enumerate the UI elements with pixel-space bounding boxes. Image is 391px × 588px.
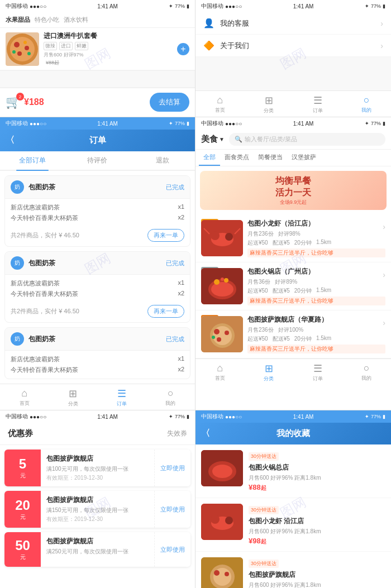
fav-name-2: 包图小龙虾 沿江店 (249, 517, 385, 526)
restaurant-card-3[interactable]: TOP 3 包图披萨旗舰店（华夏路） 月售236份 好评100% (196, 310, 391, 358)
nav-cat-orders[interactable]: ⊞ 分类 (49, 388, 97, 408)
rating-1: 好评98% (278, 230, 301, 238)
coupon-condition-2: 满150元可用，每次仅限使用一张 (46, 506, 149, 514)
add-to-cart-button[interactable]: + (177, 43, 189, 55)
rest-arrow-1: › (383, 222, 385, 231)
nav-orders[interactable]: ☰ 订单 (293, 94, 342, 114)
order-items-3: 新店优惠波霸奶茶 x1 今天特价百香果大杯奶茶 x2 (5, 351, 190, 379)
checkout-button[interactable]: 去结算 (150, 93, 189, 112)
fav-name-1: 包图火锅总店 (249, 463, 385, 472)
svg-point-5 (12, 50, 16, 54)
cat-fruit[interactable]: 水果甜品 (6, 16, 30, 24)
restaurant-delivery-3: 起送¥50 配送¥5 20分钟 1.5km (247, 335, 385, 343)
svg-point-17 (214, 279, 220, 285)
spacer (0, 70, 195, 87)
restaurant-card-2[interactable]: TOP 2 包图火锅店（广州店） 月售36份 好评89% 起 (196, 262, 391, 310)
order-tabs: 全部订单 待评价 退款 (0, 151, 195, 171)
cat-drink[interactable]: 酒水饮料 (64, 16, 88, 24)
order-icon-food: ☰ (313, 362, 322, 375)
nav-cat-food[interactable]: ⊞ 分类 (245, 362, 294, 383)
search-box[interactable]: 🔍 输入餐厅/品类/菜品 (229, 133, 385, 146)
food-tab-burger[interactable]: 汉堡披萨 (287, 150, 321, 166)
nav-order-label: 订单 (117, 400, 127, 408)
order-card-3: 奶 包图奶茶 已完成 新店优惠波霸奶茶 x1 今天特价百香果大杯奶茶 x2 (4, 327, 190, 379)
coupon-title: 优惠券 (8, 428, 33, 439)
profile-spacer (196, 57, 391, 90)
status-right-cart: ✦ 77% ▮ (169, 3, 189, 9)
nav-category-label: 分类 (264, 107, 274, 114)
reorder-button-1[interactable]: 再来一单 (147, 229, 184, 242)
coupon-shop-3: 包图披萨旗舰店 (46, 537, 149, 546)
restaurant-stats-2: 月售36份 好评89% (247, 278, 385, 286)
menu-item-about[interactable]: 🔶 关于我们 › (196, 35, 391, 57)
status-bar-cart: 中国移动 ●●●○○ 1:41 AM ✦ 77% ▮ (0, 0, 195, 12)
coupon-use-button-1[interactable]: 立即使用 (154, 450, 190, 486)
nav-home-food[interactable]: ⌂ 首页 (196, 362, 245, 383)
food-tab-noodle[interactable]: 面食类点 (220, 150, 254, 166)
nav-order-tab[interactable]: ☰ 订单 (98, 388, 146, 408)
order-summary-2: 共2件商品，实付 ¥ 46.50 再来一单 (5, 303, 190, 322)
status-left: 中国移动 ●●●○○ (6, 2, 46, 10)
svg-point-4 (17, 51, 22, 56)
status-bar-fav: 中国移动 ●●●○○ 1:41 AM ✦ 77% ▮ (196, 410, 391, 423)
tab-pending-review[interactable]: 待评价 (65, 151, 130, 170)
coupon-header: 优惠券 失效券 (0, 423, 195, 445)
coupon-unit-1: 元 (20, 472, 26, 480)
nav-home-orders[interactable]: ⌂ 首页 (0, 388, 49, 408)
promo-tag-3: 麻辣蒸香买三斤送半斤，让你吃够 (247, 345, 385, 353)
cart-bottom-bar: 🛒 2 ¥188 去结算 (0, 87, 195, 116)
reorder-button-2[interactable]: 再来一单 (147, 305, 184, 318)
order-header-2: 奶 包图奶茶 已完成 (5, 252, 190, 275)
nav-order-food[interactable]: ☰ 订单 (293, 362, 342, 383)
tab-all-orders[interactable]: 全部订单 (0, 151, 65, 170)
about-icon: 🔶 (203, 40, 214, 51)
svg-point-1 (10, 37, 35, 61)
shop-avatar-2: 奶 (11, 256, 24, 270)
fav-card-1[interactable]: 30分钟送达 包图火锅总店 月售600 好评96% 距离1.8km ¥88起 (196, 444, 391, 498)
back-button-orders[interactable]: 〈 (6, 135, 15, 146)
coupon-card-1: 5 元 包图披萨旗舰店 满100元可用，每次仅限使用一张 有效期至：2019-1… (4, 450, 190, 486)
cart-categories: 水果甜品 特色小吃 酒水饮料 (0, 12, 195, 28)
coupon-secondary-title[interactable]: 失效券 (167, 429, 187, 438)
cart-item-info: 进口澳洲牛扒套餐 微辣 进口 鲜嫩 月售600 好评97% ¥88起 (44, 31, 177, 66)
bluetooth-icon: ✦ (169, 3, 173, 9)
monthly-3: 月售236份 (247, 326, 274, 334)
order-item-line-6: 今天特价百香果大杯奶茶 x2 (11, 365, 184, 375)
cart-item-name: 进口澳洲牛扒套餐 (44, 31, 177, 41)
nav-category[interactable]: ⊞ 分类 (245, 94, 294, 114)
rest-arrow-3: › (383, 318, 385, 327)
coupon-value-2: 20 (15, 498, 30, 513)
coupon-expire-2: 有效期至：2019-12-30 (46, 515, 149, 523)
cart-item-price: ¥88起 (44, 59, 177, 66)
fav-card-3[interactable]: 30分钟送达 包图披萨旗舰店 月售600 好评96% 距离1.8km ¥ (196, 552, 391, 588)
coupon-use-button-3[interactable]: 立即使用 (154, 532, 190, 567)
cat-snack[interactable]: 特色小吃 (35, 16, 59, 24)
nav-home[interactable]: ⌂ 首页 (196, 94, 245, 114)
nav-my-food[interactable]: ○ 我的 (342, 362, 392, 383)
fav-price-value-1: ¥88 (249, 483, 261, 491)
battery-food: 77% (371, 121, 381, 126)
shop-name-2: 包图奶茶 (28, 259, 55, 268)
item-name-1-1: 新店优惠波霸奶茶 (11, 203, 60, 212)
coupon-use-button-2[interactable]: 立即使用 (154, 491, 190, 528)
nav-my-orders[interactable]: ○ 我的 (146, 388, 195, 408)
battery-profile: 77% (371, 3, 381, 9)
order-total-2: 共2件商品，实付 ¥ 46.50 (11, 307, 79, 315)
fav-image-3 (201, 557, 243, 588)
fav-card-2[interactable]: 30分钟送达 包图小龙虾 沿江店 月售600 好评96% 距离1.8km ¥98… (196, 498, 391, 552)
my-icon-orders: ○ (168, 388, 174, 399)
fav-price-value-2: ¥98 (249, 537, 261, 545)
svg-point-38 (225, 572, 229, 576)
svg-point-29 (212, 465, 232, 478)
restaurant-info-2: 包图火锅店（广州店） 月售36份 好评89% 起送¥50 配送¥5 20分钟 1… (247, 267, 385, 305)
nav-my[interactable]: ○ 我的 (342, 94, 392, 114)
tab-refund[interactable]: 退款 (130, 151, 195, 170)
back-button-fav[interactable]: 〈 (201, 428, 210, 439)
food-tab-light[interactable]: 简餐便当 (254, 150, 287, 166)
food-tab-all[interactable]: 全部 (199, 150, 220, 166)
battery-coupons: 77% (175, 414, 185, 419)
restaurant-card-1[interactable]: TOP 1 包图小龙虾（沿江店） 月售236份 好评98% (196, 214, 391, 262)
promo-tag-2: 麻辣蒸香买三斤送半斤，让你吃够 (247, 297, 385, 305)
menu-item-customer-service[interactable]: 👤 我的客服 › (196, 12, 391, 35)
banner-line2: 活力一天 (275, 187, 311, 199)
